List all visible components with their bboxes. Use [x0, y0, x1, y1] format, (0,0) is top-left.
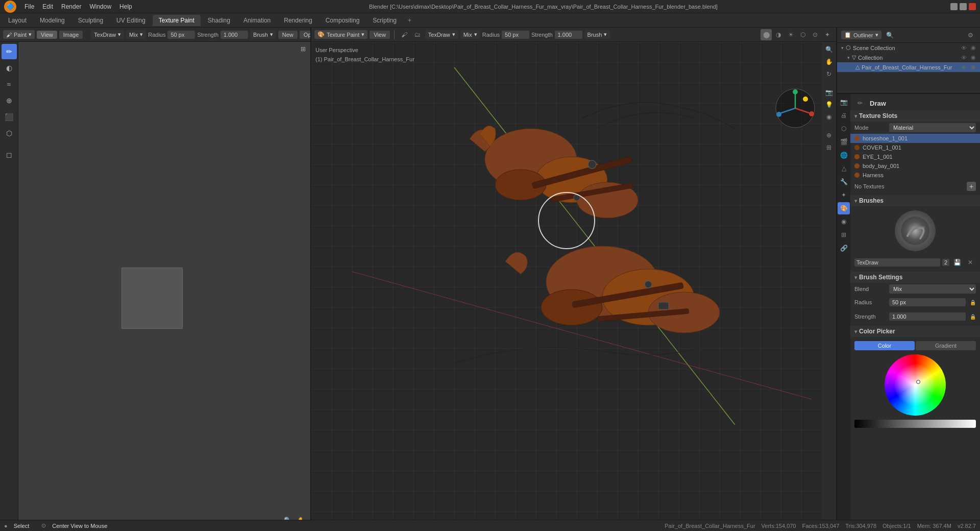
- render-props-icon[interactable]: 📷: [838, 96, 850, 108]
- menu-render[interactable]: Render: [57, 2, 85, 11]
- slot-harness[interactable]: Harness: [850, 171, 980, 180]
- rotate-icon[interactable]: ↻: [823, 68, 835, 80]
- viewport-radius-input[interactable]: [502, 31, 529, 39]
- settings-strength-input[interactable]: [889, 312, 966, 321]
- minimize-button[interactable]: [950, 3, 958, 10]
- draw-tool[interactable]: ✏: [2, 44, 17, 59]
- viewport-brush-type[interactable]: Brush ▾: [584, 30, 610, 39]
- texture-slots-header[interactable]: ▾ Texture Slots: [850, 110, 980, 122]
- xray-icon[interactable]: ✦: [822, 29, 833, 40]
- menu-window[interactable]: Window: [85, 2, 115, 11]
- viewport-view-btn[interactable]: View: [370, 31, 390, 39]
- light-icon[interactable]: 💡: [823, 99, 835, 110]
- output-props-icon[interactable]: 🖨: [838, 109, 850, 122]
- brush-remove-icon[interactable]: ✕: [965, 257, 976, 268]
- 3d-viewport-area[interactable]: User Perspective (1) Pair_of_Breast_Coll…: [311, 42, 836, 530]
- scene-collection-eye-icon[interactable]: 👁: [961, 45, 967, 51]
- object-props-icon[interactable]: △: [838, 162, 850, 175]
- modifier-props-icon[interactable]: 🔧: [838, 176, 850, 188]
- mode-select[interactable]: Material: [889, 123, 976, 132]
- gizmo[interactable]: [775, 88, 816, 129]
- measure-icon[interactable]: ⊞: [823, 142, 835, 153]
- value-gradient-bar[interactable]: [854, 420, 976, 428]
- image-editor-canvas[interactable]: ⊞ 🔍 ✋: [18, 42, 310, 530]
- snap-icon[interactable]: ⊕: [823, 130, 835, 141]
- erase-tool[interactable]: ◻: [2, 147, 17, 162]
- tab-modeling[interactable]: Modeling: [34, 15, 71, 26]
- menu-file[interactable]: File: [20, 2, 38, 11]
- strength-lock-icon[interactable]: 🔒: [970, 311, 976, 322]
- smear-tool[interactable]: ≈: [2, 77, 17, 92]
- overlays-icon[interactable]: ⊙: [810, 29, 821, 40]
- viewport-strength-input[interactable]: [555, 31, 582, 39]
- view-layer-icon[interactable]: ⬡: [838, 123, 850, 135]
- world-props-icon[interactable]: 🌐: [838, 149, 850, 161]
- add-workspace-button[interactable]: +: [404, 16, 415, 25]
- material-props-icon[interactable]: ◉: [838, 215, 850, 228]
- tab-shading[interactable]: Shading: [202, 15, 236, 26]
- scene-collection-item[interactable]: ▾ ⬡ Scene Collection 👁 ◉: [837, 43, 980, 53]
- material-preview-icon[interactable]: ◑: [773, 29, 784, 40]
- tab-rendering[interactable]: Rendering: [278, 15, 318, 26]
- strength-input[interactable]: [220, 31, 248, 39]
- maximize-button[interactable]: [960, 3, 967, 10]
- tab-uv-editing[interactable]: UV Editing: [110, 15, 152, 26]
- collection-eye-icon[interactable]: 👁: [961, 55, 967, 61]
- blend-mode-selector[interactable]: Mix ▾: [126, 30, 146, 39]
- menu-help[interactable]: Help: [115, 2, 136, 11]
- collection-item[interactable]: ▾ ▽ Collection 👁 ◉: [837, 53, 980, 62]
- wireframe-icon[interactable]: ⬡: [797, 29, 808, 40]
- shade-icon[interactable]: ◉: [823, 111, 835, 123]
- color-wheel[interactable]: [885, 354, 946, 416]
- outliner-type-dropdown[interactable]: 📋 Outliner ▾: [841, 31, 881, 39]
- rendered-mode-icon[interactable]: ☀: [785, 29, 796, 40]
- viewport-editor-type-dropdown[interactable]: 🎨 Texture Paint ▾: [314, 30, 368, 39]
- editor-type-dropdown[interactable]: 🖌 Paint ▾: [3, 30, 35, 39]
- add-texture-button[interactable]: +: [967, 182, 976, 191]
- slot-eye[interactable]: EYE_1_001: [850, 152, 980, 161]
- soften-tool[interactable]: ◐: [2, 60, 17, 76]
- brush-settings-header[interactable]: ▾ Brush Settings: [850, 272, 980, 283]
- camera-view-icon[interactable]: 📷: [823, 87, 835, 98]
- collection-vis-icon[interactable]: ◉: [971, 54, 976, 61]
- slot-body-bay[interactable]: body_bay_001: [850, 161, 980, 171]
- brush-name-field[interactable]: [854, 258, 940, 267]
- color-tab-gradient[interactable]: Gradient: [916, 341, 976, 350]
- view-menu-button[interactable]: View: [37, 31, 57, 39]
- viewport-blend-mode[interactable]: Mix ▾: [460, 30, 480, 39]
- radius-lock-icon[interactable]: 🔒: [970, 297, 976, 308]
- scene-collection-vis-icon[interactable]: ◉: [971, 44, 976, 51]
- tab-scripting[interactable]: Scripting: [366, 15, 403, 26]
- mask-tool[interactable]: ⬡: [2, 126, 17, 141]
- object-eye-icon[interactable]: 👁: [961, 64, 967, 70]
- data-props-icon[interactable]: ⊞: [838, 229, 850, 241]
- tab-compositing[interactable]: Compositing: [320, 15, 366, 26]
- slot-cover[interactable]: COVER_1_001: [850, 143, 980, 152]
- blend-select[interactable]: Mix: [889, 284, 976, 294]
- canvas-expand-button[interactable]: ⊞: [298, 44, 308, 54]
- brush-name-selector[interactable]: TexDraw ▾: [91, 30, 124, 39]
- pan-icon[interactable]: ✋: [823, 56, 835, 67]
- texture-icon[interactable]: 🗂: [412, 29, 423, 40]
- brushes-section-header[interactable]: ▾ Brushes: [850, 195, 980, 206]
- open-button[interactable]: Open: [300, 31, 310, 39]
- particles-icon[interactable]: ✦: [838, 189, 850, 201]
- image-menu-button[interactable]: Image: [59, 31, 83, 39]
- slot-horseshoe[interactable]: horseshoe_1_001: [850, 134, 980, 143]
- draw-mode-icon[interactable]: ✏: [854, 98, 866, 109]
- tab-texture-paint[interactable]: Texture Paint: [153, 15, 201, 26]
- settings-radius-input[interactable]: [889, 298, 966, 306]
- radius-input[interactable]: [167, 31, 195, 39]
- object-vis-icon[interactable]: ◉: [971, 64, 976, 70]
- solid-mode-icon[interactable]: ⬤: [761, 29, 772, 40]
- viewport-brush-selector[interactable]: TexDraw ▾: [425, 30, 458, 39]
- menu-edit[interactable]: Edit: [38, 2, 57, 11]
- brush-icon-left[interactable]: 🖌: [399, 29, 410, 40]
- clone-tool[interactable]: ⊕: [2, 93, 17, 108]
- color-tab-color[interactable]: Color: [854, 341, 915, 350]
- zoom-in-icon[interactable]: 🔍: [823, 44, 835, 55]
- new-button[interactable]: New: [278, 31, 298, 39]
- object-collection-item[interactable]: △ Pair_of_Breast_Collar_Harness_Fur 👁 ◉: [837, 62, 980, 72]
- close-button[interactable]: [969, 3, 976, 10]
- constraints-icon[interactable]: 🔗: [838, 242, 850, 254]
